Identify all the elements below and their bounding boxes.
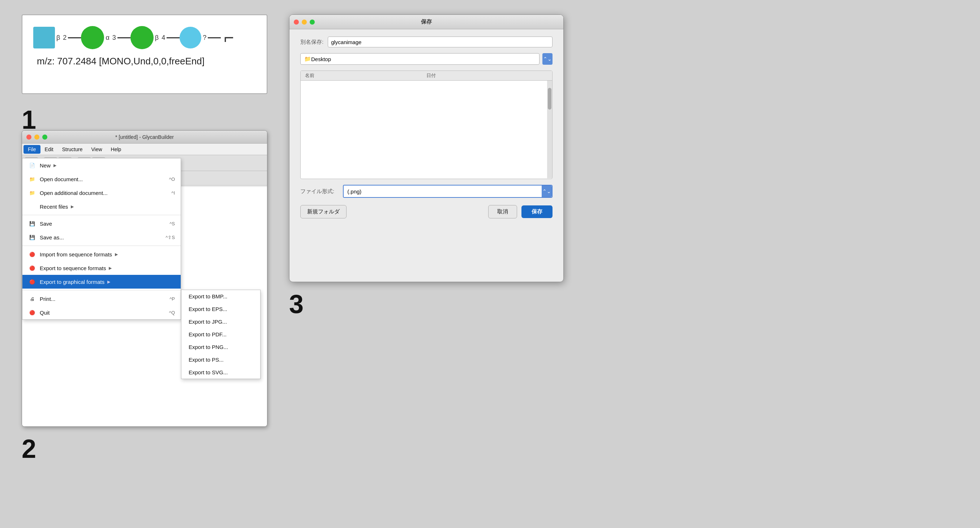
menu-bar: File Edit Structure View Help	[22, 144, 267, 155]
window-titlebar: * [untitled] - GlycanBuilder	[22, 131, 267, 144]
menu-structure[interactable]: Structure	[58, 145, 87, 154]
folder-icon: 📁	[304, 56, 311, 62]
menu-item-new[interactable]: 📄 New ▶	[22, 158, 181, 172]
format-value-display: (.png)	[344, 185, 542, 197]
chain-line-2	[118, 37, 130, 38]
quit-shortcut: ^Q	[169, 310, 175, 315]
save-buttons-row: 新規フォルダ 取消 保存	[300, 205, 552, 219]
new-icon: 📄	[28, 161, 36, 169]
menu-item-open-additional[interactable]: 📁 Open additional document... ^I	[22, 186, 181, 199]
cancel-button[interactable]: 取消	[488, 205, 517, 219]
open-additional-label: Open additional document...	[40, 190, 108, 196]
menu-item-export-graphical[interactable]: 🔴 Export to graphical formats ▶	[22, 275, 181, 289]
menu-item-save-as[interactable]: 💾 Save as... ^⇧S	[22, 230, 181, 244]
format-label: ファイル形式:	[300, 188, 334, 195]
sep-1	[22, 215, 181, 215]
save-dialog-body: 別名保存: 📁 Desktop ⌃⌄ 名前 日付	[290, 29, 563, 226]
beta-label-1: β	[56, 34, 60, 41]
folder-name: Desktop	[311, 56, 331, 62]
menu-file[interactable]: File	[24, 145, 40, 154]
export-seq-arrow: ▶	[109, 266, 112, 271]
export-svg[interactable]: Export to SVG...	[181, 366, 260, 379]
glycan-circle-lightblue	[180, 27, 201, 48]
save-traffic-lights	[294, 19, 315, 25]
open-icon: 📁	[28, 175, 36, 183]
export-bmp[interactable]: Export to BMP...	[181, 290, 260, 303]
menu-item-recent[interactable]: Recent files ▶	[22, 199, 181, 213]
question-mark: ?	[203, 34, 206, 41]
folder-chevron-btn[interactable]: ⌃⌄	[542, 53, 552, 65]
menu-item-save[interactable]: 💾 Save ^S	[22, 217, 181, 230]
step-number-3: 3	[289, 289, 304, 319]
scrollbar-thumb[interactable]	[548, 88, 551, 110]
save-as-label: Save as...	[40, 234, 64, 241]
menu-view[interactable]: View	[87, 145, 107, 154]
menu-edit[interactable]: Edit	[40, 145, 58, 154]
close-button[interactable]	[26, 134, 32, 140]
glycan-square-shape	[33, 27, 55, 48]
step-number-2: 2	[22, 434, 36, 464]
open-additional-icon: 📁	[28, 189, 36, 197]
format-row: ファイル形式: (.png) ⌃⌄	[300, 185, 552, 198]
recent-label: Recent files	[40, 204, 68, 210]
scrollbar-track[interactable]	[547, 81, 552, 178]
glycan-circle-green-2	[130, 26, 154, 49]
save-as-icon: 💾	[28, 233, 36, 241]
save-icon: 💾	[28, 220, 36, 228]
file-list-col-name: 名前	[305, 72, 426, 79]
sep-2	[22, 246, 181, 246]
window-title: * [untitled] - GlycanBuilder	[115, 134, 174, 140]
save-shortcut: ^S	[169, 221, 175, 227]
num-4: 4	[162, 34, 165, 41]
export-seq-label: Export to sequence formats	[40, 265, 106, 271]
print-shortcut: ^P	[169, 296, 175, 301]
save-button[interactable]: 保存	[522, 206, 552, 218]
folder-row: 📁 Desktop ⌃⌄	[300, 53, 552, 65]
new-arrow: ▶	[54, 163, 56, 168]
format-chevron-btn[interactable]: ⌃⌄	[542, 185, 552, 197]
folder-select[interactable]: 📁 Desktop	[300, 53, 539, 65]
export-eps[interactable]: Export to EPS...	[181, 303, 260, 315]
chain-line-4	[208, 37, 221, 38]
new-label: New	[40, 163, 51, 169]
filename-row: 別名保存:	[300, 37, 552, 47]
export-png[interactable]: Export to PNG...	[181, 341, 260, 353]
recent-icon	[28, 203, 36, 211]
save-dialog-title: 保存	[421, 18, 432, 25]
alpha-label: α	[105, 34, 109, 41]
import-seq-icon: 🔴	[28, 250, 36, 258]
menu-item-export-seq[interactable]: 🔴 Export to sequence formats ▶	[22, 261, 181, 275]
file-list-area: 名前 日付	[300, 70, 552, 179]
export-graphical-label: Export to graphical formats	[40, 279, 105, 285]
menu-help[interactable]: Help	[107, 145, 126, 154]
format-select-container: (.png) ⌃⌄	[343, 185, 552, 198]
new-folder-button[interactable]: 新規フォルダ	[300, 205, 347, 219]
save-minimize-btn[interactable]	[302, 19, 307, 25]
menu-item-quit[interactable]: 🔴 Quit ^Q	[22, 306, 181, 319]
filename-input[interactable]	[328, 37, 552, 47]
export-graphical-arrow: ▶	[107, 279, 110, 284]
file-list-col-date: 日付	[426, 72, 548, 79]
chain-line-3	[167, 37, 180, 38]
export-jpg[interactable]: Export to JPG...	[181, 315, 260, 328]
save-label: Save	[40, 221, 52, 227]
export-graphical-icon: 🔴	[28, 278, 36, 286]
menu-item-open[interactable]: 📁 Open document... ^O	[22, 172, 181, 186]
save-close-btn[interactable]	[294, 19, 299, 25]
minimize-button[interactable]	[34, 134, 40, 140]
open-additional-shortcut: ^I	[171, 190, 175, 196]
save-maximize-btn[interactable]	[310, 19, 315, 25]
menu-item-import-seq[interactable]: 🔴 Import from sequence formats ▶	[22, 247, 181, 261]
glycan-content: β 2 α 3 β 4 ? ⌐ m/z: 707.2484 [MONO,Und,…	[22, 15, 267, 70]
mz-text: m/z: 707.2484 [MONO,Und,0,0,freeEnd]	[37, 56, 205, 67]
maximize-button[interactable]	[42, 134, 47, 140]
beta-label-2: β	[155, 34, 159, 41]
menu-item-print[interactable]: 🖨 Print... ^P	[22, 292, 181, 306]
export-ps[interactable]: Export to PS...	[181, 353, 260, 366]
import-seq-arrow: ▶	[115, 252, 118, 257]
panel2-glycanbuilder-window: * [untitled] - GlycanBuilder File Edit S…	[22, 130, 267, 427]
glycan-circle-green-1	[81, 26, 104, 49]
export-pdf[interactable]: Export to PDF...	[181, 328, 260, 341]
print-label: Print...	[40, 296, 55, 302]
export-seq-icon: 🔴	[28, 264, 36, 272]
